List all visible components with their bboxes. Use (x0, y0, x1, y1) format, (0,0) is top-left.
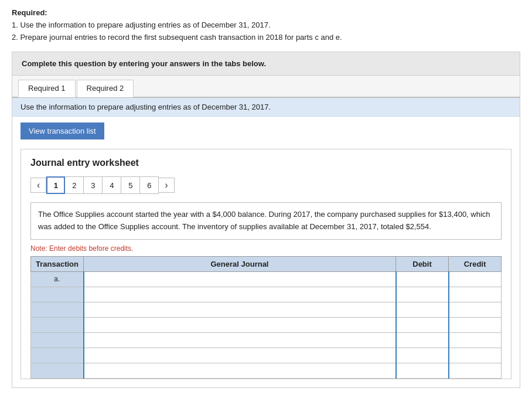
debit-input-1[interactable] (400, 275, 445, 284)
entry-cell-7[interactable] (84, 363, 396, 378)
credit-cell-4[interactable] (449, 317, 502, 332)
debit-input-2[interactable] (400, 290, 445, 299)
required-section: Required: 1. Use the information to prep… (12, 7, 520, 43)
credit-cell-5[interactable] (449, 332, 502, 348)
table-row (31, 363, 502, 378)
debit-input-5[interactable] (400, 336, 445, 345)
col-credit: Credit (449, 256, 502, 271)
entry-input-6[interactable] (88, 351, 392, 360)
debit-cell-6[interactable] (396, 348, 449, 363)
trans-cell-7 (31, 363, 84, 378)
entry-cell-1[interactable] (84, 271, 396, 287)
debit-cell-5[interactable] (396, 332, 449, 348)
table-row: a. (31, 271, 502, 287)
col-debit: Debit (396, 256, 449, 271)
instruction-bar: Use the information to prepare adjusting… (12, 98, 520, 117)
table-row (31, 287, 502, 302)
table-row (31, 302, 502, 317)
table-row (31, 348, 502, 363)
entry-input-3[interactable] (88, 305, 392, 314)
complete-box: Complete this question by entering your … (12, 52, 520, 76)
credit-input-2[interactable] (453, 290, 498, 299)
debit-cell-7[interactable] (396, 363, 449, 378)
tab-content: Use the information to prepare adjusting… (12, 98, 520, 379)
trans-cell-1: a. (31, 271, 84, 287)
tabs-area: Required 1 Required 2 Use the informatio… (12, 76, 520, 388)
credit-cell-2[interactable] (449, 287, 502, 302)
entry-cell-6[interactable] (84, 348, 396, 363)
page-4[interactable]: 4 (103, 176, 121, 194)
debit-input-6[interactable] (400, 351, 445, 360)
credit-input-7[interactable] (453, 366, 498, 375)
complete-box-text: Complete this question by entering your … (22, 59, 266, 68)
credit-cell-3[interactable] (449, 302, 502, 317)
required-line3: 2. Prepare journal entries to record the… (12, 32, 520, 44)
view-transaction-button[interactable]: View transaction list (21, 122, 104, 139)
credit-input-4[interactable] (453, 321, 498, 329)
required-line2: 1. Use the information to prepare adjust… (12, 19, 520, 32)
credit-cell-1[interactable] (449, 271, 502, 287)
instruction-text: Use the information to prepare adjusting… (21, 103, 271, 111)
entry-input-5[interactable] (88, 336, 392, 345)
journal-table: Transaction General Journal Debit Credit… (30, 256, 502, 379)
entry-input-1[interactable] (88, 275, 392, 284)
trans-cell-4 (31, 317, 84, 332)
entry-cell-5[interactable] (84, 332, 396, 348)
debit-input-7[interactable] (400, 366, 445, 375)
entry-input-2[interactable] (88, 290, 392, 299)
debit-cell-3[interactable] (396, 302, 449, 317)
col-general-journal: General Journal (84, 256, 396, 271)
page-1[interactable]: 1 (46, 176, 65, 194)
tabs-row: Required 1 Required 2 (12, 76, 520, 98)
page-2[interactable]: 2 (65, 176, 84, 194)
trans-cell-3 (31, 302, 84, 317)
trans-cell-6 (31, 348, 84, 363)
credit-input-6[interactable] (453, 351, 498, 360)
page-next-arrow[interactable]: › (159, 178, 174, 193)
page-3[interactable]: 3 (84, 176, 103, 194)
tab-required2[interactable]: Required 2 (77, 80, 134, 97)
required-label: Required: (12, 8, 47, 17)
debit-cell-4[interactable] (396, 317, 449, 332)
debit-input-4[interactable] (400, 321, 445, 329)
credit-input-1[interactable] (453, 275, 498, 284)
entry-input-7[interactable] (88, 366, 392, 375)
worksheet-title: Journal entry worksheet (30, 158, 502, 168)
tab-required1[interactable]: Required 1 (18, 80, 76, 97)
journal-worksheet: Journal entry worksheet ‹ 1 2 3 4 (21, 149, 511, 379)
table-row (31, 317, 502, 332)
debit-input-3[interactable] (400, 305, 445, 314)
note-text: Note: Enter debits before credits. (30, 244, 502, 253)
debit-cell-2[interactable] (396, 287, 449, 302)
credit-input-3[interactable] (453, 305, 498, 314)
table-row (31, 332, 502, 348)
entry-cell-3[interactable] (84, 302, 396, 317)
trans-cell-5 (31, 332, 84, 348)
credit-cell-6[interactable] (449, 348, 502, 363)
entry-cell-4[interactable] (84, 317, 396, 332)
entry-cell-2[interactable] (84, 287, 396, 302)
page-6[interactable]: 6 (140, 176, 159, 194)
trans-cell-2 (31, 287, 84, 302)
page-prev-arrow[interactable]: ‹ (30, 178, 46, 193)
description-box: The Office Supplies account started the … (30, 202, 502, 240)
pagination-row: ‹ 1 2 3 4 5 (30, 176, 502, 194)
entry-input-4[interactable] (88, 321, 392, 329)
page-5[interactable]: 5 (121, 176, 140, 194)
credit-input-5[interactable] (453, 336, 498, 345)
credit-cell-7[interactable] (449, 363, 502, 378)
debit-cell-1[interactable] (396, 271, 449, 287)
col-transaction: Transaction (31, 256, 84, 271)
